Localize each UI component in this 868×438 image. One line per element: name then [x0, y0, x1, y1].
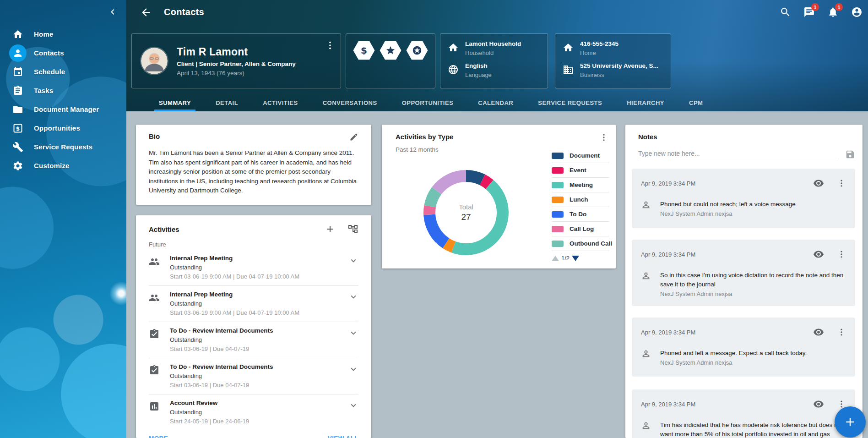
back-button[interactable] — [140, 6, 152, 18]
activity-row[interactable]: Internal Prep Meeting Outstanding Start … — [149, 250, 358, 286]
activity-dates: Start 03-06-19 | Due 04-07-19 — [170, 382, 348, 389]
tab-detail[interactable]: DETAIL — [211, 94, 243, 111]
eye-icon[interactable] — [813, 249, 824, 260]
chart-menu-kebab-icon[interactable] — [599, 133, 608, 142]
tab-hierarchy[interactable]: HIERARCHY — [622, 94, 669, 111]
chat-icon[interactable]: 1 — [803, 6, 815, 18]
globe-icon — [448, 64, 459, 75]
language-value: English — [465, 62, 492, 69]
account-icon[interactable] — [851, 6, 863, 18]
stars-hexagon-badge[interactable] — [406, 40, 429, 60]
activity-title: To Do - Review Internal Documents — [170, 363, 348, 370]
address-type: Business — [580, 71, 658, 78]
add-activity-button[interactable] — [325, 224, 336, 235]
activity-title: To Do - Review Internal Documents — [170, 327, 348, 334]
household-row[interactable]: Lamont Household Household — [440, 40, 548, 56]
chevron-down-icon[interactable] — [348, 364, 358, 374]
activity-row[interactable]: To Do - Review Internal Documents Outsta… — [149, 322, 358, 358]
activity-dates: Start 03-06-19 9:00 AM | Due 04-07-19 10… — [170, 309, 348, 316]
profile-menu-kebab-icon[interactable] — [325, 40, 335, 50]
more-button[interactable]: MORE — [149, 435, 168, 438]
person-outline-icon — [641, 200, 651, 210]
sidebar-item-tasks[interactable]: Tasks — [0, 81, 126, 100]
new-note-input[interactable] — [638, 148, 836, 161]
legend-item-event: Event — [552, 163, 609, 178]
people-icon — [149, 292, 160, 303]
edit-pencil-icon[interactable] — [349, 132, 358, 142]
tab-conversations[interactable]: CONVERSATIONS — [318, 94, 382, 111]
tab-opportunities[interactable]: OPPORTUNITIES — [397, 94, 458, 111]
note-text: Tim has indicated that he has moderate r… — [660, 421, 846, 438]
chevron-down-icon[interactable] — [348, 400, 358, 411]
chevron-down-icon[interactable] — [348, 292, 358, 302]
activity-status: Outstanding — [170, 336, 348, 343]
top-app-bar: Contacts 1 1 — [126, 0, 868, 24]
address-row[interactable]: 525 University Avenue, S... Business — [555, 62, 671, 78]
dollar-hexagon-badge[interactable]: $ — [353, 40, 375, 60]
sidebar-item-opportunities[interactable]: Opportunities — [0, 119, 126, 137]
view-all-button[interactable]: VIEW ALL — [328, 435, 358, 438]
person-outline-icon — [641, 271, 651, 281]
legend-item-outbound-call: Outbound Call — [552, 236, 609, 251]
wrench-icon — [9, 138, 27, 156]
tab-activities[interactable]: ACTIVITIES — [258, 94, 303, 111]
sidebar-item-home[interactable]: Home — [0, 25, 126, 44]
eye-icon[interactable] — [813, 399, 824, 410]
activity-row[interactable]: Internal Prep Meeting Outstanding Start … — [149, 286, 358, 322]
note-text: So in this case I'm using voice dictatio… — [660, 271, 846, 289]
save-note-icon[interactable] — [845, 149, 855, 159]
note-menu-kebab-icon[interactable] — [837, 179, 846, 188]
sidebar-collapse-button[interactable] — [106, 5, 119, 18]
note-timestamp: Apr 9, 2019 3:34 PM — [641, 401, 813, 408]
activities-card: Activities Future Internal Prep Meeting … — [136, 215, 371, 438]
activities-group-label: Future — [149, 241, 358, 248]
tab-summary[interactable]: SUMMARY — [154, 94, 195, 111]
activity-row[interactable]: To Do - Review Internal Documents Outsta… — [149, 358, 358, 394]
sidebar-item-document-manager[interactable]: Document Manager — [0, 100, 126, 119]
legend-page-indicator: 1/2 — [561, 255, 570, 262]
note-menu-kebab-icon[interactable] — [837, 328, 846, 337]
phone-number: 416-555-2345 — [580, 40, 618, 47]
home-icon — [9, 26, 27, 43]
star-hexagon-badge[interactable] — [379, 40, 402, 60]
search-icon[interactable] — [780, 6, 791, 18]
tab-calendar[interactable]: CALENDAR — [473, 94, 518, 111]
activity-row[interactable]: Account Review Outstanding Start 24-05-1… — [149, 394, 358, 430]
note-text: Phoned but could not reach; left a voice… — [660, 200, 796, 209]
legend-swatch — [552, 226, 564, 232]
legend-item-document: Document — [552, 148, 609, 163]
activities-title: Activities — [149, 225, 313, 233]
tab-service-requests[interactable]: SERVICE REQUESTS — [533, 94, 607, 111]
chevron-down-icon[interactable] — [348, 328, 358, 338]
contacts-icon — [9, 44, 27, 62]
legend-swatch — [552, 167, 564, 174]
sidebar-item-customize[interactable]: Customize — [0, 156, 126, 175]
sidebar-item-service-requests[interactable]: Service Requests — [0, 137, 126, 156]
task-check-icon — [149, 328, 160, 339]
legend-page-down-icon[interactable] — [572, 256, 579, 261]
add-fab-button[interactable] — [835, 406, 866, 438]
legend-page-up-icon[interactable] — [552, 256, 559, 261]
notes-title: Notes — [638, 133, 855, 141]
note-author: NexJ System Admin nexjsa — [660, 210, 796, 217]
task-check-icon — [149, 365, 160, 376]
chat-badge: 1 — [811, 3, 819, 11]
note-menu-kebab-icon[interactable] — [837, 250, 846, 259]
tasks-icon — [9, 82, 27, 99]
sidebar-item-label: Home — [34, 30, 53, 38]
star-icon — [385, 45, 396, 55]
sidebar-item-contacts[interactable]: Contacts — [0, 44, 126, 62]
language-row[interactable]: English Language — [440, 62, 548, 78]
eye-icon[interactable] — [813, 327, 824, 338]
legend-swatch — [552, 241, 564, 247]
tab-cpm[interactable]: CPM — [684, 94, 707, 111]
hierarchy-tree-icon[interactable] — [347, 224, 358, 235]
phone-row[interactable]: 416-555-2345 Home — [555, 40, 671, 56]
notifications-bell-icon[interactable]: 1 — [827, 6, 839, 18]
household-type: Household — [465, 49, 521, 56]
donut-total-value: 27 — [461, 212, 471, 222]
eye-icon[interactable] — [813, 178, 824, 189]
sidebar-item-schedule[interactable]: Schedule — [0, 62, 126, 81]
chevron-down-icon[interactable] — [348, 256, 358, 266]
household-name: Lamont Household — [465, 40, 521, 47]
